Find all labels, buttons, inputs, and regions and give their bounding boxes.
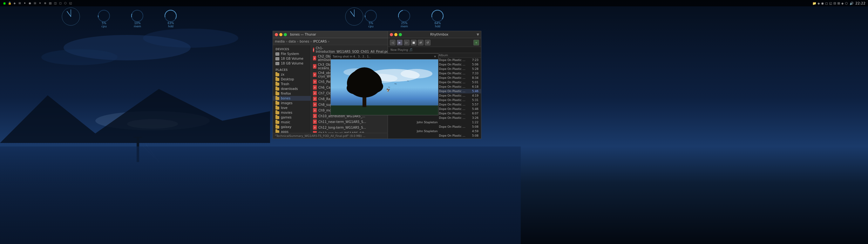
track-14-artist: John Stapleton (417, 121, 439, 124)
fm-sidebar-games[interactable]: games (273, 115, 311, 120)
tray-icon-11: ◻ (58, 1, 62, 5)
fm-sidebar-bones[interactable]: bones (273, 96, 311, 101)
track-10-time: 5:57 (467, 103, 478, 106)
desktop-label: Desktop (281, 78, 294, 81)
hdd-value-right: 64% (434, 22, 441, 25)
folder-icon-movies (275, 111, 279, 114)
fm-sidebar-music[interactable]: music (273, 120, 311, 125)
player-expand-button[interactable]: ▼ (476, 33, 479, 36)
fm-sidebar-downloads[interactable]: downloads (273, 86, 311, 91)
taskbar-right: 📁 ◈ ◉ ◻ ◱ ⊟ ⊞ ◈ ⬡ 🔊 22:22 (812, 1, 865, 5)
svg-point-17 (131, 10, 143, 22)
pdf-icon-12: P (313, 125, 317, 130)
player-now-playing-bar: Now Playing 🎵 (388, 47, 481, 53)
player-maximize-button[interactable] (399, 33, 402, 36)
hdd-widget-left: 63% hdd (164, 9, 178, 28)
fm-filename-11: Ch11_near-term_WG1AR5_S... (318, 120, 366, 124)
games-label: games (281, 116, 292, 119)
player-add-button[interactable]: + (473, 40, 479, 45)
fm-maximize-button[interactable] (284, 33, 287, 36)
track-0-time: 7:23 (467, 58, 478, 62)
player-repeat-button[interactable]: ↺ (425, 40, 431, 45)
track-8-time: 4:19 (467, 94, 478, 97)
folder-icon-love (275, 106, 279, 110)
fm-sidebar-movies[interactable]: movies (273, 110, 311, 115)
track-10-album: Dope On Plastic V... (439, 103, 467, 106)
track-12-album: Dope On Plastic V... (439, 112, 467, 115)
track-15-time: 5:08 (467, 125, 478, 128)
folder-icon-desktop (275, 78, 279, 81)
fm-sidebar-desktop[interactable]: Desktop (273, 77, 311, 82)
tray-icon-1: 🔒 (8, 1, 11, 5)
svg-point-24 (365, 10, 376, 22)
music-label: music (281, 120, 290, 124)
tray-r3: ◻ (825, 2, 828, 5)
player-play-button[interactable]: ▶ (397, 40, 403, 45)
now-playing-label: Now Playing (391, 48, 408, 52)
fm-sidebar-love[interactable]: love (273, 105, 311, 110)
love-label: love (281, 106, 287, 110)
downloads-label: downloads (281, 87, 298, 91)
folder-icon-games (275, 116, 279, 119)
track-16-artist: John Stapleton (417, 130, 439, 133)
track-6-time: 6:18 (467, 85, 478, 88)
fm-sidebar-vol2[interactable]: 18 GB Volume (273, 61, 311, 66)
svg-point-2 (143, 29, 238, 48)
fm-sidebar-filesystem[interactable]: File System (273, 52, 311, 56)
analog-clock-right-svg (345, 7, 364, 26)
player-shuffle-button[interactable]: ⇄ (418, 40, 424, 45)
fm-close-button[interactable] (275, 33, 278, 36)
player-next-button[interactable]: ▷ (404, 40, 409, 45)
breadcrumb-media: media (275, 40, 285, 43)
pdf-icon-9: P (313, 108, 317, 113)
pdf-icon-10: P (313, 114, 317, 118)
pdf-icon-1: P (313, 56, 316, 60)
fm-sidebar-vol1[interactable]: 18 GB Volume (273, 56, 311, 61)
col-header-time (467, 54, 478, 57)
track-11-time: 5:46 (467, 108, 478, 111)
track-18[interactable]: Metrophonics Fea... Dope On Plastic V...… (388, 138, 481, 139)
cpu-label-left: cpu (101, 25, 106, 28)
mem-value-left: 10% (134, 22, 141, 25)
cpu-value-right: 5% (369, 22, 373, 25)
fm-minimize-button[interactable] (279, 33, 282, 36)
mem-widget-left: 10% mem (130, 9, 145, 28)
screenshot-image: 〜 〜 〜 🦅 (331, 59, 438, 115)
fm-file-0[interactable]: P Ch1-Introduction_WG1AR5_SOD_Ch01_All_F… (311, 46, 392, 54)
zx-label: zx (281, 73, 284, 76)
player-minimize-button[interactable] (394, 33, 398, 36)
player-stop-button[interactable]: ■ (411, 40, 416, 45)
col-header-album: Album (439, 54, 467, 57)
hdd-label-left: hdd (168, 25, 174, 28)
fm-file-13[interactable]: P Ch13_sea-level_WG1AR5_SO... (311, 130, 392, 133)
track-16[interactable]: John Stapleton 4:59 (388, 129, 481, 133)
taskbar: ■ 🔒 ◈ ⊞ ✦ ◉ ⊟ ✕ ⊗ ▤ ◫ ◻ ⬡ ◱ 📁 ◈ ◉ ◻ ◱ ⊟ … (0, 0, 868, 6)
svg-point-32 (401, 69, 432, 79)
track-14-time: 1:22 (467, 121, 478, 124)
screenshot-timer-text: Taking shot in 4.. 3.. 2.. 1.. (333, 55, 370, 58)
trash-label: Trash (281, 82, 289, 86)
player-close-button[interactable] (390, 33, 393, 36)
pdf-icon-2: P (313, 64, 316, 69)
screenshot-titlebar: Taking shot in 4.. 3.. 2.. 1.. ✕ (331, 54, 438, 59)
fm-sidebar-trash[interactable]: Trash (273, 82, 311, 86)
fm-sidebar-galaxy[interactable]: galaxy (273, 125, 311, 129)
svg-line-13 (67, 11, 71, 17)
screenshot-close[interactable]: ✕ (434, 55, 436, 58)
fm-sidebar-firefox[interactable]: firefox (273, 91, 311, 96)
folder-icon-images (275, 102, 279, 105)
fm-file-12[interactable]: P Ch12_long-term_WG1AR5_S... (311, 125, 392, 130)
fm-sidebar-images[interactable]: images (273, 101, 311, 105)
vol1-label: 18 GB Volume (281, 57, 303, 60)
player-prev-button[interactable]: ◁ (390, 40, 396, 45)
track-13[interactable]: Dope On Plastic V... 3:26 (388, 116, 481, 120)
fm-file-11[interactable]: P Ch11_near-term_WG1AR5_S... (311, 119, 392, 125)
fm-sidebar-zx[interactable]: zx (273, 72, 311, 77)
track-17[interactable]: Dope On Plastic V... 5:08 (388, 133, 481, 138)
svg-rect-8 (136, 136, 139, 162)
track-15[interactable]: Dope On Plastic V... 5:08 (388, 125, 481, 129)
fm-sidebar-apps[interactable]: apps (273, 129, 311, 133)
track-12-time: 6:07 (467, 112, 478, 115)
sep4: » (328, 40, 330, 43)
track-14[interactable]: John Stapleton 1:22 (388, 120, 481, 125)
